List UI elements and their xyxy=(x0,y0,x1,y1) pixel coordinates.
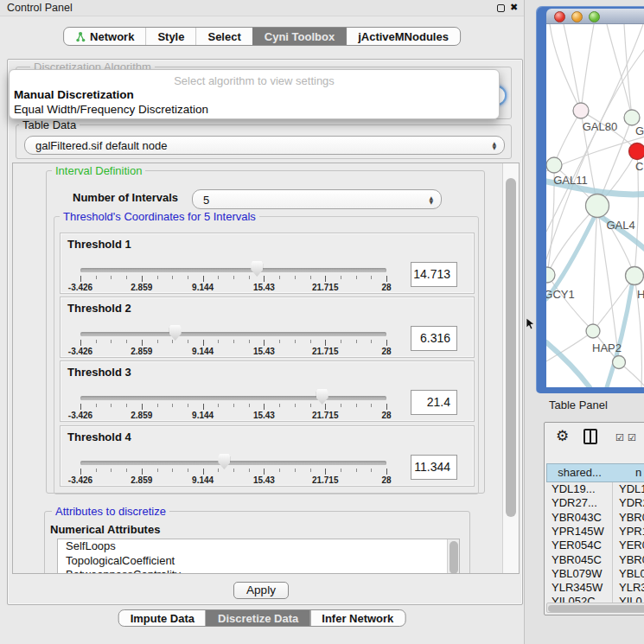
network-edge[interactable] xyxy=(581,24,594,111)
select-all-checkbox-icon[interactable]: ☑ xyxy=(615,432,625,443)
network-edge[interactable] xyxy=(550,24,581,111)
slider-thumb[interactable] xyxy=(251,261,263,277)
slider-track[interactable] xyxy=(80,396,386,400)
attribute-list-item[interactable]: TopologicalCoefficient xyxy=(58,554,459,569)
network-node-hap2[interactable] xyxy=(586,324,600,338)
dropdown-option-manual-discretization[interactable]: Manual Discretization xyxy=(14,88,134,101)
cell-name[interactable]: YDL1 xyxy=(619,482,644,495)
cell-name[interactable]: YLR3 xyxy=(619,581,644,594)
cell-shared-name[interactable]: YER054C xyxy=(552,539,602,552)
network-edge[interactable] xyxy=(593,206,597,331)
tick-mark xyxy=(386,469,387,475)
select-none-checkbox-icon[interactable]: ☑ xyxy=(628,432,637,443)
threshold-value-field[interactable]: 11.344 xyxy=(411,455,457,480)
tick-mark xyxy=(356,469,357,472)
slider-thumb[interactable] xyxy=(316,389,328,405)
network-edge[interactable] xyxy=(554,111,581,165)
network-node-gal80[interactable] xyxy=(573,103,589,118)
table-row[interactable]: YDR27...YDR2 xyxy=(546,496,644,510)
cell-name[interactable]: YER0 xyxy=(619,539,644,552)
network-edge[interactable] xyxy=(547,275,593,331)
table-row[interactable]: YPR145WYPR1 xyxy=(546,525,644,539)
network-edge[interactable] xyxy=(564,24,581,111)
table-row[interactable]: YER054CYER0 xyxy=(546,539,644,552)
slider-track[interactable] xyxy=(80,268,386,272)
network-node-h[interactable] xyxy=(626,267,644,285)
network-node-gcy1[interactable] xyxy=(546,267,555,283)
table-horizontal-scrollbar-thumb[interactable] xyxy=(548,605,644,612)
float-window-icon[interactable] xyxy=(497,4,505,12)
network-canvas[interactable]: GAL80GCGAL11GAL4GCY1HHAP2 xyxy=(546,24,644,387)
close-icon[interactable]: ✖ xyxy=(510,2,518,13)
slider-thumb[interactable] xyxy=(169,325,182,341)
zoom-traffic-light[interactable] xyxy=(589,11,600,22)
list-scrollbar-thumb[interactable] xyxy=(450,541,458,574)
panel-scrollbar-thumb[interactable] xyxy=(506,178,516,517)
tab-infer-network[interactable]: Infer Network xyxy=(309,610,405,626)
table-row[interactable]: YLR345WYLR3 xyxy=(546,581,644,595)
table-row[interactable]: YBR045CYBR0 xyxy=(546,553,644,567)
network-edge[interactable] xyxy=(607,24,632,118)
network-node[interactable] xyxy=(613,356,626,369)
threshold-value-field[interactable]: 14.713 xyxy=(411,262,457,287)
cell-shared-name[interactable]: YLR345W xyxy=(552,581,603,594)
cell-name[interactable]: YBR0 xyxy=(619,511,644,524)
slider-track[interactable] xyxy=(80,332,386,336)
network-node-gal4[interactable] xyxy=(586,194,609,218)
dropdown-option-equal-width-frequency[interactable]: Equal Width/Frequency Discretization xyxy=(14,103,208,116)
threshold-value-field[interactable]: 21.4 xyxy=(411,390,457,415)
apply-button[interactable]: Apply xyxy=(233,582,289,599)
tick-mark xyxy=(356,276,357,279)
tick-label: 28 xyxy=(365,475,408,485)
tick-mark xyxy=(188,404,188,407)
dropdown-prompt: Select algorithm to view settings xyxy=(10,74,499,87)
threshold-value-field[interactable]: 6.316 xyxy=(411,326,457,351)
table-row[interactable]: YBR043CYBR0 xyxy=(546,511,644,525)
table-row[interactable]: YBL079WYBL0 xyxy=(546,567,644,581)
network-edge[interactable] xyxy=(547,206,597,275)
tab-style[interactable]: Style xyxy=(145,28,195,45)
gear-icon[interactable]: ⚙ xyxy=(556,427,569,444)
slider-track[interactable] xyxy=(80,461,386,465)
cell-name[interactable]: YPR1 xyxy=(619,525,644,538)
slider-thumb[interactable] xyxy=(218,454,230,469)
cell-name[interactable]: YBR0 xyxy=(619,553,644,566)
network-edge-highlighted[interactable] xyxy=(546,342,590,387)
network-node-label: C xyxy=(635,160,643,173)
column-header-shared-name[interactable]: shared... xyxy=(546,463,613,482)
minimize-traffic-light[interactable] xyxy=(571,11,583,22)
network-edge[interactable] xyxy=(624,24,632,118)
tab-network[interactable]: Network xyxy=(64,28,145,45)
network-edge-highlighted[interactable] xyxy=(546,216,595,299)
network-window-titlebar[interactable] xyxy=(546,9,644,24)
network-node-label: GAL80 xyxy=(583,120,617,133)
columns-icon[interactable] xyxy=(583,429,597,444)
tab-jactivemnodules[interactable]: jActiveMNodules xyxy=(346,28,460,45)
cell-shared-name[interactable]: YBR043C xyxy=(552,511,602,524)
tab-select[interactable]: Select xyxy=(195,28,252,45)
close-traffic-light[interactable] xyxy=(554,11,565,22)
panel-scrollbar[interactable] xyxy=(502,163,519,573)
cell-shared-name[interactable]: YDR27... xyxy=(552,496,597,509)
table-row[interactable]: YDL19...YDL1 xyxy=(546,482,644,496)
network-node-g[interactable] xyxy=(624,110,640,125)
tab-discretize-data[interactable]: Discretize Data xyxy=(206,610,309,626)
cell-name[interactable]: YDR2 xyxy=(619,496,644,509)
list-scrollbar[interactable] xyxy=(447,539,459,574)
network-node-gal11[interactable] xyxy=(546,157,562,173)
tab-impute-data[interactable]: Impute Data xyxy=(119,610,206,626)
table-horizontal-scrollbar[interactable] xyxy=(546,603,644,613)
attribute-list-item[interactable]: BetweennessCentrality xyxy=(58,568,459,574)
attribute-list-item[interactable]: SelfLoops xyxy=(58,539,459,554)
cell-shared-name[interactable]: YDL19... xyxy=(552,482,596,495)
cell-shared-name[interactable]: YPR145W xyxy=(552,525,604,538)
network-edge-highlighted[interactable] xyxy=(607,285,632,387)
network-node-c[interactable] xyxy=(629,143,644,160)
cell-name[interactable]: YBL0 xyxy=(619,567,644,580)
number-of-intervals-combobox[interactable]: 5 ▲▼ xyxy=(192,189,442,209)
table-data-combobox[interactable]: galFiltered.sif default node ▲▼ xyxy=(24,136,505,155)
cell-shared-name[interactable]: YBR045C xyxy=(552,553,602,566)
column-header-name[interactable]: n xyxy=(612,463,644,482)
cell-shared-name[interactable]: YBL079W xyxy=(552,567,603,580)
tab-cyni-toolbox[interactable]: Cyni Toolbox xyxy=(252,28,346,45)
